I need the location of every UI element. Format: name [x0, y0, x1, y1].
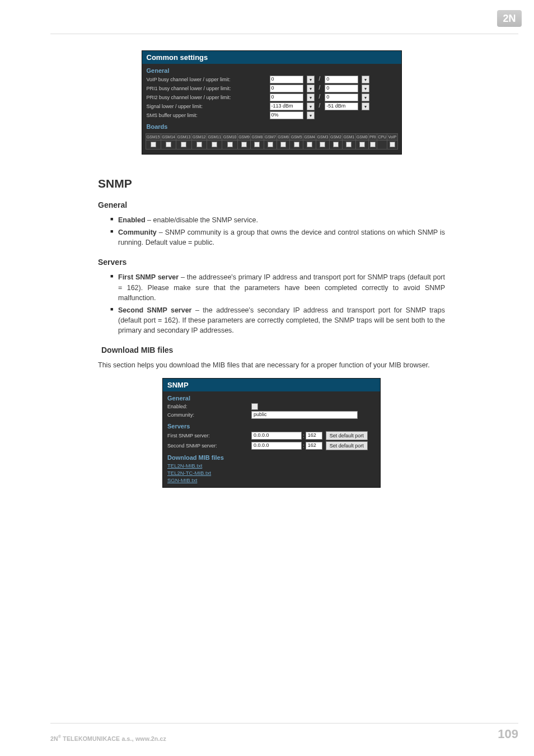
snmp-panel-title: SNMP — [163, 379, 380, 391]
definition: – SNMP community is a group that owns th… — [118, 228, 445, 246]
section-boards: Boards — [142, 120, 401, 131]
board-col: GSM2 — [329, 134, 342, 141]
board-cell — [316, 141, 329, 150]
heading-download: Download MIB files — [101, 346, 445, 354]
dropdown-icon[interactable]: ▾ — [362, 94, 369, 101]
board-checkbox[interactable] — [196, 142, 202, 147]
board-checkbox[interactable] — [181, 142, 186, 147]
setting-label: Signal lower / upper limit: — [147, 104, 270, 109]
board-col: GSM13 — [176, 134, 191, 141]
value-a[interactable]: 0% — [270, 111, 303, 119]
board-checkbox[interactable] — [370, 142, 376, 147]
download-paragraph: This section helps you download the MIB … — [98, 360, 445, 370]
page-footer: 2N® TELEKOMUNIKACE a.s., www.2n.cz 109 — [50, 727, 518, 741]
value-b[interactable]: -51 dBm — [325, 102, 358, 110]
first-server-port[interactable]: 162 — [306, 432, 322, 440]
term: Enabled — [118, 216, 146, 224]
second-set-default-button[interactable]: Set default port — [326, 441, 368, 450]
board-checkbox[interactable] — [294, 142, 299, 147]
board-cell — [207, 141, 222, 150]
mib-link[interactable]: SGN-MIB.txt — [163, 477, 380, 484]
board-col: GSM6 — [277, 134, 290, 141]
value-a[interactable]: 0 — [270, 76, 303, 83]
board-checkbox[interactable] — [346, 142, 352, 147]
board-checkbox[interactable] — [212, 142, 217, 147]
list-item: Enabled – enable/disable the SNMP servic… — [110, 215, 445, 225]
dropdown-icon[interactable]: ▾ — [362, 76, 369, 83]
heading-snmp: SNMP — [98, 177, 445, 190]
value-a[interactable]: 0 — [270, 94, 303, 101]
value-b[interactable]: 0 — [325, 94, 358, 101]
setting-label: VoIP busy channel lower / upper limit: — [147, 77, 270, 82]
slash-sep: / — [318, 94, 322, 101]
enabled-label: Enabled: — [167, 404, 251, 409]
value-b[interactable]: 0 — [325, 76, 358, 83]
board-checkbox[interactable] — [166, 142, 171, 147]
board-checkbox[interactable] — [320, 142, 325, 147]
board-col: PRI — [368, 134, 377, 141]
board-checkbox[interactable] — [151, 142, 156, 147]
row-second-server: Second SNMP server: 0.0.0.0 : 162 Set de… — [163, 441, 380, 451]
board-cell — [343, 141, 355, 150]
dropdown-icon[interactable]: ▾ — [362, 102, 369, 110]
mib-link[interactable]: TEL2N-TC-MIB.txt — [163, 469, 380, 477]
board-col: GSM5 — [290, 134, 303, 141]
board-checkbox[interactable] — [333, 142, 339, 147]
board-checkbox[interactable] — [359, 142, 365, 147]
board-checkbox[interactable] — [241, 142, 247, 147]
second-server-label: Second SNMP server: — [167, 443, 251, 449]
general-list: Enabled – enable/disable the SNMP servic… — [110, 215, 445, 248]
dropdown-icon[interactable]: ▾ — [362, 85, 369, 92]
board-cell — [355, 141, 368, 150]
value-a[interactable]: 0 — [270, 85, 303, 92]
term: Second SNMP server — [118, 306, 191, 314]
board-checkbox[interactable] — [307, 142, 312, 147]
board-cell — [277, 141, 290, 150]
dropdown-icon[interactable]: ▾ — [307, 76, 315, 83]
term: Community — [118, 228, 157, 236]
value-b[interactable]: 0 — [325, 85, 358, 92]
setting-label: PRI2 busy channel lower / upper limit: — [147, 95, 270, 100]
dropdown-icon[interactable]: ▾ — [307, 111, 315, 119]
value-a[interactable]: -113 dBm — [270, 102, 303, 110]
common-settings-panel: Common settings General VoIP busy channe… — [142, 50, 402, 155]
board-checkbox[interactable] — [268, 142, 273, 147]
first-server-ip[interactable]: 0.0.0.0 — [251, 432, 302, 440]
dropdown-icon[interactable]: ▾ — [307, 94, 315, 101]
header-rule — [50, 34, 518, 34]
board-col: GSM10 — [222, 134, 237, 141]
footer-rule — [50, 723, 518, 724]
board-checkbox[interactable] — [227, 142, 233, 147]
enabled-checkbox[interactable] — [251, 403, 258, 410]
dropdown-icon[interactable]: ▾ — [307, 85, 315, 92]
board-checkbox[interactable] — [390, 142, 395, 147]
snmp-section-download: Download MIB files — [163, 451, 380, 462]
setting-label: SMS buffer upper limit: — [147, 113, 270, 118]
second-server-port[interactable]: 162 — [306, 442, 322, 450]
slash-sep: / — [318, 102, 322, 110]
board-cell — [251, 141, 264, 150]
list-item: Second SNMP server – the addressee's sec… — [110, 305, 445, 335]
slash-sep: / — [318, 76, 322, 83]
section-general: General — [142, 64, 401, 75]
second-server-ip[interactable]: 0.0.0.0 — [251, 442, 302, 450]
board-cell — [303, 141, 316, 150]
boards-table: GSM15GSM14GSM13GSM12GSM11GSM10GSM9GSM8GS… — [146, 133, 398, 150]
board-col: GSM14 — [161, 134, 176, 141]
board-cell — [237, 141, 250, 150]
board-checkbox[interactable] — [280, 142, 286, 147]
first-server-label: First SNMP server: — [167, 433, 251, 438]
board-col: GSM4 — [303, 134, 316, 141]
board-cell — [329, 141, 342, 150]
servers-list: First SNMP server – the addressee's prim… — [110, 272, 445, 335]
board-col: VoIP — [387, 134, 397, 141]
board-checkbox[interactable] — [254, 142, 260, 147]
board-col: GSM11 — [207, 134, 222, 141]
board-col: GSM7 — [264, 134, 277, 141]
row-first-server: First SNMP server: 0.0.0.0 : 162 Set def… — [163, 431, 380, 441]
dropdown-icon[interactable]: ▾ — [307, 102, 315, 110]
first-set-default-button[interactable]: Set default port — [326, 431, 368, 440]
community-input[interactable]: public — [251, 411, 358, 419]
settings-row: PRI1 busy channel lower / upper limit:0▾… — [142, 84, 401, 93]
mib-link[interactable]: TEL2N-MIB.txt — [163, 462, 380, 469]
